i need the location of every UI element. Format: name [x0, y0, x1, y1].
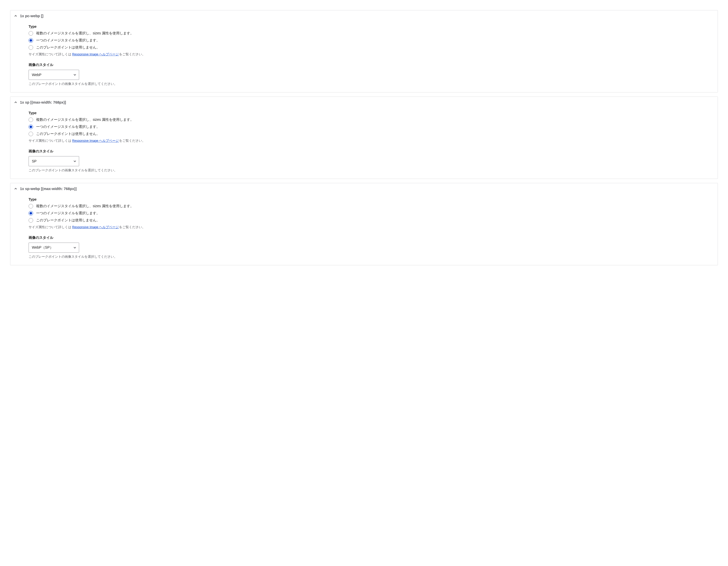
- breakpoint-section-sp-webp: 1x sp-webp [(max-width: 768px)] Type 複数の…: [10, 183, 718, 265]
- select-value: SP: [32, 159, 37, 163]
- help-link[interactable]: Responsive Image ヘルプページ: [72, 53, 119, 56]
- radio-label: このブレークポイントは使用しません。: [36, 45, 100, 50]
- radio-icon: [29, 218, 33, 223]
- style-label: 画像のスタイル: [29, 63, 712, 67]
- radio-label: 一つのイメージスタイルを選択します。: [36, 211, 100, 216]
- section-body: Type 複数のイメージスタイルを選択し、sizes 属性を使用します。 一つの…: [10, 108, 718, 179]
- radio-label: 複数のイメージスタイルを選択し、sizes 属性を使用します。: [36, 204, 134, 209]
- radio-option-multiple[interactable]: 複数のイメージスタイルを選択し、sizes 属性を使用します。: [29, 118, 712, 122]
- radio-label: このブレークポイントは使用しません。: [36, 132, 100, 136]
- style-select-wrapper: WebP（SP）: [29, 243, 79, 253]
- type-field-group: Type 複数のイメージスタイルを選択し、sizes 属性を使用します。 一つの…: [29, 25, 712, 57]
- type-help-text: サイズ属性について詳しくは Responsive Image ヘルプページをご覧…: [29, 52, 712, 57]
- radio-icon: [29, 45, 33, 50]
- select-value: WebP: [32, 73, 41, 77]
- style-field-group: 画像のスタイル WebP（SP） このブレークポイントの画像スタイルを選択してく…: [29, 236, 712, 259]
- style-help-text: このブレークポイントの画像スタイルを選択してください。: [29, 255, 712, 259]
- style-help-text: このブレークポイントの画像スタイルを選択してください。: [29, 168, 712, 173]
- help-link[interactable]: Responsive Image ヘルプページ: [72, 226, 119, 229]
- section-title: 1x pc-webp []: [20, 14, 43, 18]
- section-header[interactable]: 1x sp-webp [(max-width: 768px)]: [10, 183, 718, 194]
- radio-icon: [29, 132, 33, 136]
- breakpoint-section-pc-webp: 1x pc-webp [] Type 複数のイメージスタイルを選択し、sizes…: [10, 10, 718, 93]
- style-help-text: このブレークポイントの画像スタイルを選択してください。: [29, 82, 712, 86]
- chevron-up-icon: [14, 187, 17, 191]
- style-select[interactable]: WebP: [29, 70, 79, 80]
- help-prefix: サイズ属性について詳しくは: [29, 139, 72, 143]
- radio-icon: [29, 118, 33, 122]
- help-suffix: をご覧ください。: [119, 53, 145, 56]
- style-label: 画像のスタイル: [29, 236, 712, 240]
- radio-label: 一つのイメージスタイルを選択します。: [36, 38, 100, 43]
- section-body: Type 複数のイメージスタイルを選択し、sizes 属性を使用します。 一つの…: [10, 21, 718, 92]
- radio-label: 複数のイメージスタイルを選択し、sizes 属性を使用します。: [36, 31, 134, 36]
- type-label: Type: [29, 197, 712, 202]
- type-field-group: Type 複数のイメージスタイルを選択し、sizes 属性を使用します。 一つの…: [29, 197, 712, 230]
- chevron-up-icon: [14, 101, 17, 104]
- section-body: Type 複数のイメージスタイルを選択し、sizes 属性を使用します。 一つの…: [10, 194, 718, 265]
- radio-option-multiple[interactable]: 複数のイメージスタイルを選択し、sizes 属性を使用します。: [29, 204, 712, 209]
- style-select-wrapper: WebP: [29, 70, 79, 80]
- radio-label: このブレークポイントは使用しません。: [36, 218, 100, 223]
- style-field-group: 画像のスタイル SP このブレークポイントの画像スタイルを選択してください。: [29, 149, 712, 173]
- type-label: Type: [29, 25, 712, 29]
- chevron-up-icon: [14, 14, 17, 18]
- radio-label: 一つのイメージスタイルを選択します。: [36, 125, 100, 129]
- radio-option-none[interactable]: このブレークポイントは使用しません。: [29, 132, 712, 136]
- breakpoint-section-sp: 1x sp [(max-width: 768px)] Type 複数のイメージス…: [10, 97, 718, 179]
- style-select[interactable]: WebP（SP）: [29, 243, 79, 253]
- radio-icon: [29, 31, 33, 36]
- help-prefix: サイズ属性について詳しくは: [29, 226, 72, 229]
- help-suffix: をご覧ください。: [119, 226, 145, 229]
- section-title: 1x sp-webp [(max-width: 768px)]: [20, 187, 77, 191]
- type-help-text: サイズ属性について詳しくは Responsive Image ヘルプページをご覧…: [29, 225, 712, 230]
- radio-label: 複数のイメージスタイルを選択し、sizes 属性を使用します。: [36, 118, 134, 122]
- section-title: 1x sp [(max-width: 768px)]: [20, 100, 66, 104]
- radio-icon: [29, 211, 33, 216]
- style-select[interactable]: SP: [29, 156, 79, 166]
- radio-option-multiple[interactable]: 複数のイメージスタイルを選択し、sizes 属性を使用します。: [29, 31, 712, 36]
- type-help-text: サイズ属性について詳しくは Responsive Image ヘルプページをご覧…: [29, 139, 712, 143]
- style-select-wrapper: SP: [29, 156, 79, 166]
- radio-icon: [29, 204, 33, 209]
- section-header[interactable]: 1x pc-webp []: [10, 10, 718, 21]
- help-link[interactable]: Responsive Image ヘルプページ: [72, 139, 119, 143]
- radio-option-none[interactable]: このブレークポイントは使用しません。: [29, 218, 712, 223]
- radio-icon: [29, 38, 33, 43]
- radio-option-single[interactable]: 一つのイメージスタイルを選択します。: [29, 38, 712, 43]
- radio-icon: [29, 125, 33, 129]
- style-field-group: 画像のスタイル WebP このブレークポイントの画像スタイルを選択してください。: [29, 63, 712, 86]
- select-value: WebP（SP）: [32, 245, 53, 250]
- help-suffix: をご覧ください。: [119, 139, 145, 143]
- type-field-group: Type 複数のイメージスタイルを選択し、sizes 属性を使用します。 一つの…: [29, 111, 712, 143]
- radio-option-none[interactable]: このブレークポイントは使用しません。: [29, 45, 712, 50]
- type-label: Type: [29, 111, 712, 115]
- help-prefix: サイズ属性について詳しくは: [29, 53, 72, 56]
- radio-option-single[interactable]: 一つのイメージスタイルを選択します。: [29, 211, 712, 216]
- section-header[interactable]: 1x sp [(max-width: 768px)]: [10, 97, 718, 108]
- radio-option-single[interactable]: 一つのイメージスタイルを選択します。: [29, 125, 712, 129]
- style-label: 画像のスタイル: [29, 149, 712, 154]
